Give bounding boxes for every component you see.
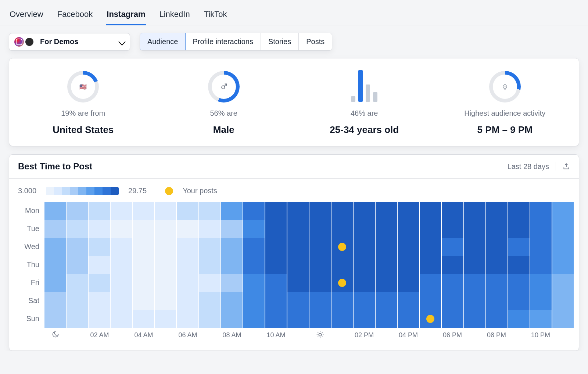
heatmap-cell[interactable] bbox=[243, 256, 265, 274]
heatmap-cell[interactable] bbox=[111, 256, 132, 274]
heatmap-cell[interactable] bbox=[398, 238, 419, 256]
heatmap-cell[interactable] bbox=[331, 256, 353, 274]
heatmap-cell[interactable] bbox=[221, 274, 243, 292]
heatmap-cell[interactable] bbox=[221, 220, 243, 238]
heatmap-cell[interactable] bbox=[44, 238, 66, 256]
heatmap-cell[interactable] bbox=[464, 238, 485, 256]
heatmap-cell[interactable] bbox=[133, 256, 154, 274]
tab-overview[interactable]: Overview bbox=[9, 7, 44, 25]
heatmap-cell[interactable] bbox=[199, 238, 220, 256]
heatmap-cell[interactable] bbox=[287, 238, 309, 256]
heatmap-cell[interactable] bbox=[508, 310, 530, 328]
heatmap-cell[interactable] bbox=[287, 220, 309, 238]
heatmap-cell[interactable] bbox=[331, 202, 353, 220]
heatmap-cell[interactable] bbox=[67, 220, 88, 238]
heatmap-cell[interactable] bbox=[265, 220, 287, 238]
heatmap-cell[interactable] bbox=[177, 292, 198, 310]
heatmap-cell[interactable] bbox=[67, 238, 88, 256]
heatmap-cell[interactable] bbox=[508, 292, 530, 310]
heatmap-cell[interactable] bbox=[376, 220, 397, 238]
heatmap-cell[interactable] bbox=[111, 202, 132, 220]
heatmap-cell[interactable] bbox=[464, 310, 485, 328]
heatmap-cell[interactable] bbox=[376, 292, 397, 310]
heatmap-cell[interactable] bbox=[111, 220, 132, 238]
heatmap-cell[interactable] bbox=[89, 310, 110, 328]
heatmap-cell[interactable] bbox=[309, 238, 331, 256]
heatmap-cell[interactable] bbox=[354, 292, 375, 310]
heatmap-cell[interactable] bbox=[398, 310, 419, 328]
heatmap-cell[interactable] bbox=[552, 202, 574, 220]
heatmap-cell[interactable] bbox=[552, 256, 574, 274]
heatmap-cell[interactable] bbox=[265, 310, 287, 328]
heatmap-cell[interactable] bbox=[442, 292, 463, 310]
heatmap-cell[interactable] bbox=[530, 310, 552, 328]
tab-facebook[interactable]: Facebook bbox=[57, 7, 94, 25]
date-range-select[interactable]: Last 28 days bbox=[508, 162, 549, 171]
heatmap-cell[interactable] bbox=[420, 310, 441, 328]
segment-stories[interactable]: Stories bbox=[261, 33, 299, 50]
heatmap-cell[interactable] bbox=[530, 202, 552, 220]
heatmap-cell[interactable] bbox=[221, 292, 243, 310]
heatmap-cell[interactable] bbox=[331, 310, 353, 328]
heatmap-cell[interactable] bbox=[376, 202, 397, 220]
heatmap-cell[interactable] bbox=[221, 202, 243, 220]
heatmap-cell[interactable] bbox=[486, 220, 508, 238]
heatmap-cell[interactable] bbox=[420, 238, 441, 256]
heatmap-cell[interactable] bbox=[442, 202, 463, 220]
heatmap-cell[interactable] bbox=[155, 310, 176, 328]
heatmap-cell[interactable] bbox=[133, 238, 154, 256]
heatmap-cell[interactable] bbox=[464, 220, 485, 238]
heatmap-cell[interactable] bbox=[464, 202, 485, 220]
heatmap-cell[interactable] bbox=[177, 202, 198, 220]
heatmap-cell[interactable] bbox=[398, 274, 419, 292]
heatmap-cell[interactable] bbox=[243, 274, 265, 292]
heatmap-cell[interactable] bbox=[376, 310, 397, 328]
heatmap-cell[interactable] bbox=[44, 274, 66, 292]
heatmap-cell[interactable] bbox=[265, 256, 287, 274]
heatmap-cell[interactable] bbox=[177, 310, 198, 328]
heatmap-cell[interactable] bbox=[243, 220, 265, 238]
heatmap-cell[interactable] bbox=[552, 220, 574, 238]
heatmap-cell[interactable] bbox=[67, 292, 88, 310]
heatmap-cell[interactable] bbox=[89, 202, 110, 220]
heatmap-cell[interactable] bbox=[508, 238, 530, 256]
heatmap-cell[interactable] bbox=[265, 202, 287, 220]
heatmap-cell[interactable] bbox=[354, 274, 375, 292]
heatmap-cell[interactable] bbox=[464, 274, 485, 292]
segment-audience[interactable]: Audience bbox=[140, 33, 186, 51]
tab-instagram[interactable]: Instagram bbox=[106, 7, 146, 25]
heatmap-cell[interactable] bbox=[243, 238, 265, 256]
heatmap-cell[interactable] bbox=[199, 274, 220, 292]
heatmap-cell[interactable] bbox=[67, 202, 88, 220]
heatmap-cell[interactable] bbox=[89, 292, 110, 310]
heatmap-cell[interactable] bbox=[111, 274, 132, 292]
heatmap-cell[interactable] bbox=[111, 310, 132, 328]
heatmap-cell[interactable] bbox=[376, 256, 397, 274]
export-icon[interactable] bbox=[563, 163, 570, 170]
heatmap-cell[interactable] bbox=[265, 274, 287, 292]
heatmap-cell[interactable] bbox=[155, 220, 176, 238]
heatmap-cell[interactable] bbox=[420, 202, 441, 220]
heatmap-cell[interactable] bbox=[89, 274, 110, 292]
heatmap-cell[interactable] bbox=[309, 274, 331, 292]
heatmap-cell[interactable] bbox=[398, 220, 419, 238]
heatmap-cell[interactable] bbox=[486, 274, 508, 292]
heatmap-cell[interactable] bbox=[133, 292, 154, 310]
heatmap-cell[interactable] bbox=[155, 274, 176, 292]
heatmap-cell[interactable] bbox=[486, 292, 508, 310]
heatmap-cell[interactable] bbox=[67, 310, 88, 328]
heatmap-cell[interactable] bbox=[44, 292, 66, 310]
heatmap-cell[interactable] bbox=[199, 202, 220, 220]
heatmap-cell[interactable] bbox=[420, 274, 441, 292]
segment-posts[interactable]: Posts bbox=[299, 33, 332, 50]
heatmap-cell[interactable] bbox=[552, 238, 574, 256]
heatmap-cell[interactable] bbox=[552, 274, 574, 292]
heatmap-cell[interactable] bbox=[177, 274, 198, 292]
tab-linkedin[interactable]: LinkedIn bbox=[158, 7, 190, 25]
heatmap-cell[interactable] bbox=[530, 274, 552, 292]
heatmap-cell[interactable] bbox=[376, 274, 397, 292]
heatmap-cell[interactable] bbox=[354, 310, 375, 328]
heatmap-cell[interactable] bbox=[508, 274, 530, 292]
heatmap-cell[interactable] bbox=[44, 256, 66, 274]
heatmap-cell[interactable] bbox=[199, 292, 220, 310]
